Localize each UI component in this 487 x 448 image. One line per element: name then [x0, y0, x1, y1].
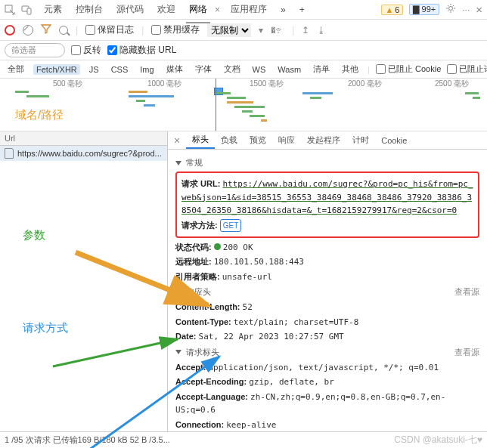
- section-response[interactable]: 响应头查看源: [175, 286, 479, 298]
- chip-doc[interactable]: 文档: [221, 63, 244, 76]
- hide-dataurl-checkbox[interactable]: 隐藏数据 URL: [107, 44, 176, 57]
- req-method-label: 请求方法:: [181, 221, 218, 230]
- download-icon[interactable]: ⭳: [317, 25, 326, 36]
- wifi-icon[interactable]: �​ᯤ: [271, 25, 284, 36]
- hdr-value: application/json, text/javascript, */*; …: [208, 363, 439, 372]
- chip-css[interactable]: CSS: [108, 64, 132, 75]
- chip-blocked-req[interactable]: 已阻止请求: [447, 63, 487, 75]
- req-url-label: 请求 URL:: [181, 179, 220, 188]
- panel-tabs: 元素 控制台 源代码 欢迎 网络 × 应用程序 » +: [41, 2, 308, 17]
- upload-icon[interactable]: ↥: [302, 25, 309, 36]
- close-detail-icon[interactable]: ×: [168, 134, 186, 147]
- settings-icon[interactable]: [445, 3, 456, 16]
- hdr-value: text/plain; charset=UTF-8: [234, 317, 359, 327]
- preserve-log-checkbox[interactable]: 保留日志: [85, 23, 134, 36]
- tab-application[interactable]: 应用程序: [228, 2, 270, 17]
- search-icon[interactable]: [59, 26, 68, 35]
- section-general[interactable]: 常规: [175, 157, 479, 168]
- chip-img[interactable]: Img: [137, 64, 157, 75]
- detail-panel: × 标头 负载 预览 响应 发起程序 计时 Cookie 常规 请求 URL: …: [168, 131, 487, 431]
- status-label: 状态代码:: [175, 243, 212, 252]
- reqlist-header[interactable]: Url: [0, 131, 167, 146]
- status-value: 200 OK: [223, 243, 253, 252]
- req-url-value: https://www.baidu.com/sugrec?&prod=pc_hi…: [181, 179, 473, 215]
- chip-manifest[interactable]: 清单: [310, 63, 333, 76]
- dtab-initiator[interactable]: 发起程序: [301, 132, 346, 148]
- request-list: Url https://www.baidu.com/sugrec?&prod..…: [0, 131, 168, 431]
- tab-add[interactable]: +: [296, 3, 308, 17]
- chip-ws[interactable]: WS: [250, 64, 269, 75]
- dtab-response[interactable]: 响应: [272, 132, 301, 148]
- invert-checkbox[interactable]: 反转: [71, 44, 101, 57]
- tab-network[interactable]: 网络: [186, 2, 210, 17]
- chip-js[interactable]: JS: [86, 64, 102, 75]
- close-tab-icon[interactable]: ×: [215, 5, 220, 15]
- detail-tabs: × 标头 负载 预览 响应 发起程序 计时 Cookie: [168, 131, 487, 150]
- tab-sources[interactable]: 源代码: [113, 2, 147, 17]
- dtab-preview[interactable]: 预览: [244, 132, 272, 148]
- chip-other[interactable]: 其他: [339, 63, 361, 76]
- chip-fetchxhr[interactable]: Fetch/XHR: [33, 64, 80, 75]
- chip-media[interactable]: 媒体: [163, 63, 186, 76]
- more-icon[interactable]: ···: [462, 5, 470, 15]
- type-filter-row: 全部 Fetch/XHR JS CSS Img 媒体 字体 文档 WS Wasm…: [0, 60, 487, 79]
- hdr-value: keep-alive: [226, 420, 276, 430]
- annotation-box: 请求 URL: https://www.baidu.com/sugrec?&pr…: [175, 171, 479, 238]
- dtab-payload[interactable]: 负载: [215, 132, 244, 148]
- disable-cache-checkbox[interactable]: 禁用缓存: [151, 23, 200, 36]
- status-dot-icon: [214, 243, 221, 250]
- close-devtools-icon[interactable]: ×: [476, 3, 482, 16]
- request-row-text: https://www.baidu.com/sugrec?&prod...: [17, 149, 162, 158]
- throttle-select[interactable]: 无限制: [207, 23, 251, 37]
- chip-blocked-cookie[interactable]: 已阻止 Cookie: [376, 63, 441, 75]
- dtab-headers[interactable]: 标头: [186, 131, 215, 149]
- document-icon: [5, 148, 14, 159]
- tab-elements[interactable]: 元素: [41, 2, 65, 17]
- req-method-value: GET: [220, 219, 242, 232]
- main-tabs-bar: 元素 控制台 源代码 欢迎 网络 × 应用程序 » + ▲6 ▇ 99+ ···…: [0, 0, 487, 20]
- remote-label: 远程地址:: [175, 257, 212, 266]
- tab-welcome[interactable]: 欢迎: [154, 2, 178, 17]
- dtab-cookies[interactable]: Cookie: [375, 134, 413, 147]
- issues-badge[interactable]: ▇ 99+: [409, 4, 439, 15]
- hdr-value: Sat, 22 Apr 2023 10:27:57 GMT: [199, 332, 344, 341]
- record-icon[interactable]: [5, 25, 15, 36]
- inspect-icon[interactable]: [5, 5, 15, 15]
- wf-tick: 2500 毫秒: [435, 79, 469, 89]
- chip-font[interactable]: 字体: [192, 63, 215, 76]
- chip-all[interactable]: 全部: [5, 63, 27, 76]
- warning-badge[interactable]: ▲6: [381, 5, 403, 15]
- referrer-value: unsafe-url: [222, 272, 272, 282]
- section-request[interactable]: 请求标头查看源: [175, 347, 479, 358]
- wf-tick: 1000 毫秒: [147, 79, 181, 89]
- device-icon[interactable]: [21, 5, 32, 15]
- wf-tick: 2000 毫秒: [348, 79, 382, 89]
- referrer-label: 引用者策略:: [175, 272, 220, 281]
- dtab-timing[interactable]: 计时: [346, 132, 375, 148]
- hdr-value: 52: [243, 302, 253, 312]
- tab-overflow[interactable]: »: [278, 3, 289, 17]
- svg-rect-2: [27, 8, 31, 14]
- filter-icon[interactable]: [41, 23, 51, 36]
- watermark: CSDN @akatsuki-七♥: [394, 434, 482, 446]
- request-row[interactable]: https://www.baidu.com/sugrec?&prod...: [0, 146, 167, 161]
- wf-tick: 1500 毫秒: [250, 79, 284, 89]
- clear-icon[interactable]: [23, 25, 33, 36]
- filter-input[interactable]: 筛选器: [5, 43, 65, 57]
- filter-bar: 筛选器 反转 隐藏数据 URL: [0, 41, 487, 60]
- view-source-link-2[interactable]: 查看源: [454, 347, 479, 358]
- chip-wasm[interactable]: Wasm: [275, 64, 304, 75]
- tab-console[interactable]: 控制台: [73, 2, 106, 17]
- wf-tick: 500 毫秒: [53, 79, 82, 89]
- remote-value: 180.101.50.188:443: [214, 257, 304, 267]
- view-source-link[interactable]: 查看源: [454, 286, 479, 298]
- network-toolbar: | 保留日志 | 禁用缓存 无限制 ▾ �​ᯤ | ↥ ⭳: [0, 20, 487, 41]
- headers-body[interactable]: 常规 请求 URL: https://www.baidu.com/sugrec?…: [168, 150, 487, 431]
- svg-point-3: [449, 7, 453, 11]
- waterfall-overview[interactable]: 500 毫秒 1000 毫秒 1500 毫秒 2000 毫秒 2500 毫秒: [0, 79, 487, 131]
- hdr-value: gzip, deflate, br: [249, 377, 334, 387]
